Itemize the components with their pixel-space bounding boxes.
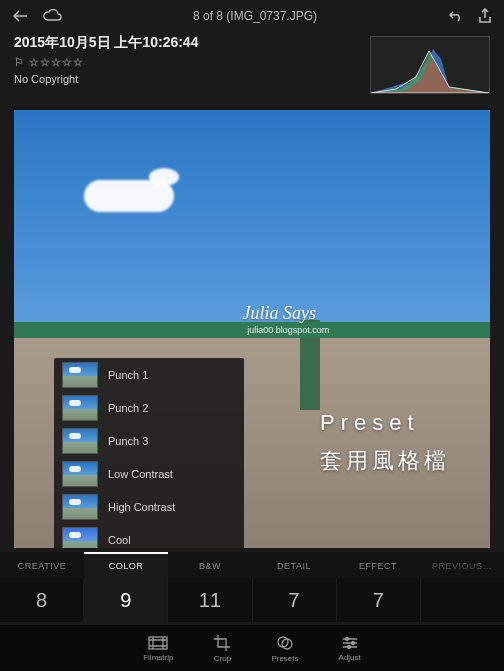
- app-root: 8 of 8 (IMG_0737.JPG) 2015年10月5日 上午10:26…: [0, 0, 504, 671]
- histogram[interactable]: [370, 36, 490, 94]
- svg-point-3: [345, 637, 348, 640]
- category-tab[interactable]: PREVIOUS…: [420, 552, 504, 578]
- preset-panel: Punch 1Punch 2Punch 3Low ContrastHigh Co…: [54, 358, 244, 548]
- category-count[interactable]: [421, 578, 504, 622]
- category-count[interactable]: 7: [337, 578, 421, 622]
- overlay-line2: 套用風格檔: [320, 446, 450, 476]
- share-icon[interactable]: [478, 8, 492, 24]
- preset-item[interactable]: High Contrast: [54, 490, 244, 523]
- watermark-title: Julia Says: [242, 303, 316, 324]
- image-counter: 8 of 8 (IMG_0737.JPG): [62, 9, 448, 23]
- category-tab[interactable]: DETAIL: [252, 552, 336, 578]
- count-strip: 891177: [0, 578, 504, 622]
- cloud-sync-icon[interactable]: [42, 9, 62, 23]
- copyright-label: No Copyright: [14, 73, 198, 85]
- rating-stars[interactable]: ⚐☆☆☆☆☆: [14, 56, 198, 69]
- preset-thumb: [62, 494, 98, 520]
- category-count[interactable]: 7: [253, 578, 337, 622]
- preset-item[interactable]: Punch 3: [54, 424, 244, 457]
- back-icon[interactable]: [12, 9, 28, 23]
- preset-label: Low Contrast: [108, 468, 173, 480]
- preset-item[interactable]: Punch 1: [54, 358, 244, 391]
- preset-item[interactable]: Low Contrast: [54, 457, 244, 490]
- category-count[interactable]: 9: [84, 578, 168, 622]
- category-tab[interactable]: COLOR: [84, 552, 168, 578]
- preset-thumb: [62, 428, 98, 454]
- preset-label: Cool: [108, 534, 131, 546]
- preset-label: High Contrast: [108, 501, 175, 513]
- svg-point-5: [347, 645, 350, 648]
- photo-viewport[interactable]: Julia Says julia00.blogspot.com Preset 套…: [14, 110, 490, 548]
- category-tab[interactable]: EFFECT: [336, 552, 420, 578]
- datetime-label: 2015年10月5日 上午10:26:44: [14, 34, 198, 52]
- preset-item[interactable]: Punch 2: [54, 391, 244, 424]
- cloud-decoration: [149, 168, 179, 186]
- category-strip: CREATIVECOLORB&WDETAILEFFECTPREVIOUS…: [0, 552, 504, 578]
- category-tab[interactable]: B&W: [168, 552, 252, 578]
- metadata-block: 2015年10月5日 上午10:26:44 ⚐☆☆☆☆☆ No Copyrigh…: [14, 34, 198, 85]
- preset-item[interactable]: Cool: [54, 523, 244, 548]
- overlay-annotation: Preset 套用風格檔: [320, 410, 450, 476]
- preset-label: Punch 3: [108, 435, 148, 447]
- preset-thumb: [62, 362, 98, 388]
- bottom-toolbar: Filmstrip Crop Presets Adjust: [0, 625, 504, 671]
- svg-point-4: [351, 641, 354, 644]
- preset-thumb: [62, 461, 98, 487]
- svg-rect-0: [149, 637, 167, 649]
- adjust-tool[interactable]: Adjust: [339, 635, 361, 662]
- undo-icon[interactable]: [448, 9, 464, 23]
- presets-tool[interactable]: Presets: [271, 634, 298, 663]
- filmstrip-tool[interactable]: Filmstrip: [143, 635, 173, 662]
- preset-label: Punch 2: [108, 402, 148, 414]
- category-count[interactable]: 11: [168, 578, 252, 622]
- preset-label: Punch 1: [108, 369, 148, 381]
- watermark-subtitle: julia00.blogspot.com: [247, 325, 329, 335]
- category-tab[interactable]: CREATIVE: [0, 552, 84, 578]
- top-bar: 8 of 8 (IMG_0737.JPG): [0, 0, 504, 32]
- preset-thumb: [62, 527, 98, 549]
- overlay-line1: Preset: [320, 410, 420, 435]
- crop-tool[interactable]: Crop: [213, 634, 231, 663]
- preset-thumb: [62, 395, 98, 421]
- category-count[interactable]: 8: [0, 578, 84, 622]
